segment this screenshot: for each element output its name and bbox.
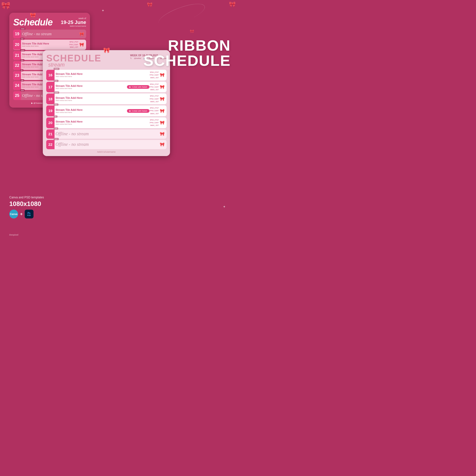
right-row-sat: sat 21 Offline - no stream 🎀 [46,129,167,139]
right-stream-sub-16: Add extra text here [55,75,150,78]
right-row-thu: thu 19 Stream Tile Add Here Add extra te… [46,105,167,116]
time-info-20: 5PM | PST 7PM | GMT 9AM | JST [69,41,78,49]
schedule-row-tue: tue 20 Stream Tile Add Here Add extra te… [13,40,86,50]
right-row-mon: mon 16 Stream Tile Add Here Add extra te… [46,70,167,81]
right-bow-21r: 🎀 [160,132,165,136]
day-num-22: 22 [13,61,21,70]
right-title-big: SCHEDULE [46,54,101,62]
collab-badge-19: ▶ Collab with Natali [127,109,150,113]
collab-text-17: Collab with Natali [132,86,147,88]
right-stream-title-16: Stream Tile Add Here [55,72,150,75]
ribbon-title-block: RIBBON SCHEDULE [143,38,231,68]
right-row-tue: tue 17 Stream Tile Add Here Add extra te… [46,82,167,92]
social-youtube: ▶ @Youtube [31,102,43,104]
right-day-num-20r: 20 [46,118,54,128]
watermark: Dexpixel [9,234,18,236]
right-day-num-21r: 21 [46,129,54,139]
right-bow-16: 🎀 [160,73,165,77]
sparkle-4: ✦ [223,205,226,209]
row-content-20: Stream Tile Add Here Add extra text here [22,42,69,47]
size-text: 1080x1080 [9,200,44,208]
collab-text-19: Collab with Natali [132,110,147,112]
week-url: twitch.tv/username [61,25,86,27]
ps-badge: Ps PSD [25,210,34,219]
right-title-container: SCHEDULE stream [46,54,101,67]
collab-arrow-icon: ▶ [129,86,131,88]
canva-psd-text: Canva and PSD templates [9,196,44,199]
right-time-16: 5PM | PST 7PM | GMT 9AM | JST [150,71,159,79]
week-info: week of 19-25 June twitch.tv/username [61,17,86,27]
right-row-wed: wed 18 Stream Tile Add Here Add extra te… [46,93,167,104]
left-title-container: 🎀 Schedule [13,17,52,27]
collab-arrow-icon-19: ▶ [129,110,131,112]
bow-right-card-top: 🎀 [103,47,110,53]
right-day-num-22r: 22 [46,140,54,149]
right-bow-20r: 🎀 [160,120,165,125]
right-stream-title-20r: Stream Tile Add Here [55,120,150,123]
right-stream-sub-18: Add extra text here [55,99,150,102]
day-num-25: 25 [13,91,21,100]
left-card-header: 🎀 Schedule week of 19-25 June twitch.tv/… [13,17,86,27]
stream-title-20: Stream Tile Add Here [22,42,69,45]
right-bow-18: 🎀 [160,97,165,101]
bow-row-19: 🎀 [79,32,84,36]
right-stream-title-18: Stream Tile Add Here [55,96,150,99]
bow-top-left-decoration: 🎀 [1,1,10,10]
right-day-num-19: 19 [46,105,54,116]
right-row-content-18: Stream Tile Add Here Add extra text here [55,96,150,102]
ribbon-line2: SCHEDULE [143,53,231,68]
right-time-19: 5PM | PST 7PM | GMT 9AM | JST [150,107,159,115]
left-card-title: Schedule [13,17,52,27]
ps-label: Ps [27,212,30,215]
bow-right-mid-decoration: 🎀 [190,29,194,33]
right-row-content-20r: Stream Tile Add Here Add extra text here [55,120,150,125]
right-day-num-17: 17 [46,82,54,92]
right-bow-22r: 🎀 [160,142,165,147]
ps-sub-label: PSD [27,215,31,216]
right-bow-17: 🎀 [160,85,165,89]
day-num-20: 20 [13,40,21,50]
offline-text-19: Offline - no stream [22,32,51,36]
right-day-num-18: 18 [46,93,54,104]
right-day-num-16: 16 [46,70,54,81]
youtube-icon: ▶ [31,102,33,104]
right-title-script: stream [48,62,101,67]
sparkle-2: ✦ [102,9,104,13]
week-dates: 19-25 June [61,19,86,25]
right-stream-title-19: Stream Tile Add Here [55,108,127,111]
right-offline-21: Offline - no stream [55,131,89,136]
right-stream-sub-19: Add extra text here [55,111,127,114]
right-twitter-label: @twitter [134,57,141,59]
bow-row-20: 🎀 [79,42,84,47]
bow-top-right-decoration: 🎀 [229,1,236,8]
right-time-20r: 5PM | PST 7PM | GMT 9AM | JST [150,119,159,127]
right-stream-sub-20r: Add extra text here [55,123,150,125]
bottom-left-info: Canva and PSD templates 1080x1080 Canva … [9,196,44,219]
canva-badge: Canva [9,210,18,219]
schedule-row-mon: mon 19 Offline - no stream 🎀 [13,30,86,38]
plus-sign: + [20,212,23,217]
day-num-19: 19 [13,30,21,38]
x-icon: 𝕏 [130,57,132,59]
day-num-21: 21 [13,51,21,60]
right-card-url: twitch.tv/username [46,151,167,153]
right-time-18: 5PM | PST 7PM | GMT 9AM | JST [150,95,159,103]
right-row-fri: fri 20 Stream Tile Add Here Add extra te… [46,118,167,128]
right-row-content-16: Stream Tile Add Here Add extra text here [55,72,150,78]
bow-top-center-decoration: 🎀 [147,2,153,7]
day-num-24: 24 [13,81,21,90]
week-of-label: week of [61,17,86,19]
right-row-content-19: Stream Tile Add Here Add extra text here [55,108,127,114]
decorative-curve-line [156,0,207,30]
right-stream-title-17: Stream Tile Add Here [55,85,127,87]
right-time-17: 5PM | PST 7PM | GMT 9AM | JST [150,83,159,91]
ribbon-line1: RIBBON [143,38,231,53]
right-row-content-17: Stream Tile Add Here Add extra text here [55,85,127,89]
right-offline-22: Offline - no stream [55,142,89,147]
day-num-23: 23 [13,71,21,80]
stream-subtitle-20: Add extra text here [22,45,69,47]
right-bow-19: 🎀 [160,109,165,113]
collab-badge-17: ▶ Collab with Natali [127,85,150,89]
right-stream-sub-17: Add extra text here [55,87,127,89]
right-row-sun: sun 22 Offline - no stream 🎀 [46,140,167,149]
